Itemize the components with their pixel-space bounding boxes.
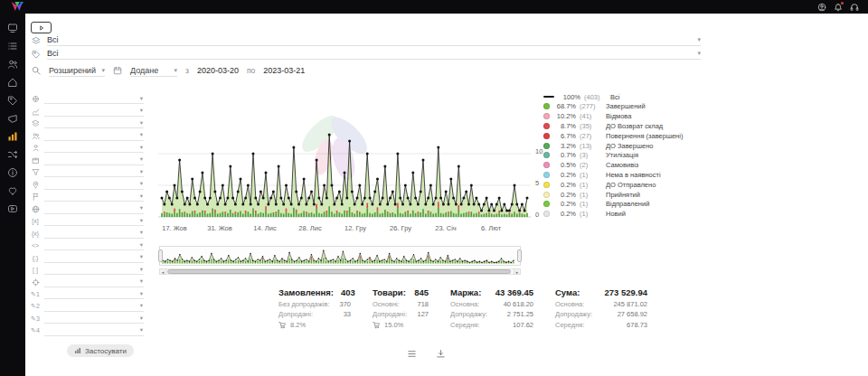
legend-marker xyxy=(543,113,550,119)
nav-shop-icon[interactable] xyxy=(6,76,19,88)
filter-row: ✎1 xyxy=(30,289,144,299)
legend-item[interactable]: 0.2%(1)Відправлений xyxy=(543,201,699,208)
filter-row xyxy=(30,155,144,165)
nav-analytics-icon[interactable] xyxy=(6,130,19,142)
legend-item[interactable]: 0.2%(1)Прийнятий xyxy=(543,191,699,198)
flag-icon xyxy=(30,193,41,201)
filter-select[interactable] xyxy=(44,204,144,214)
stat-sub-row: Середня:107.62 xyxy=(450,321,533,329)
filter-select[interactable] xyxy=(44,131,144,141)
legend-label: ДО Завершено xyxy=(606,142,653,150)
filter-select[interactable] xyxy=(44,229,144,239)
stat-sub-row: Основна:245 871.02 xyxy=(555,300,647,308)
legend-item[interactable]: 6.7%(27)Повернення (завершені) xyxy=(543,132,699,139)
legend-percent: 0.2% xyxy=(553,181,576,189)
legend-item[interactable]: 0.2%(1)Новий xyxy=(543,210,699,217)
filter-select[interactable] xyxy=(44,155,144,165)
calendar-icon[interactable] xyxy=(113,66,122,75)
scrollbar-track[interactable] xyxy=(166,268,514,275)
filter-row xyxy=(30,180,144,190)
stat-column: Маржа:43 369.45Основна:40 618.20Допродаж… xyxy=(450,287,533,329)
legend-label: Самовивіз xyxy=(606,161,638,169)
orders-chart[interactable] xyxy=(158,90,531,221)
apply-label: Застосувати xyxy=(85,347,127,355)
legend-percent: 0.7% xyxy=(553,151,576,159)
legend-percent: 0.2% xyxy=(553,171,576,179)
legend-label: Всі xyxy=(610,93,619,101)
legend-item[interactable]: 0.7%(3)Утилізація xyxy=(543,152,699,159)
legend-item[interactable]: 10.2%(41)Відмова xyxy=(543,113,699,120)
context-menu-icon[interactable] xyxy=(407,349,417,359)
filter-select[interactable] xyxy=(44,326,144,336)
nav-info-icon[interactable] xyxy=(6,166,19,178)
nav-integrations-icon[interactable] xyxy=(6,148,19,160)
filter-select[interactable] xyxy=(44,167,144,177)
legend-percent: 6.7% xyxy=(553,132,576,140)
chart-navigator[interactable] xyxy=(159,246,521,266)
stat-sub-label: Допродажу: xyxy=(450,310,487,318)
navigator-handle-right[interactable] xyxy=(517,249,522,262)
legend-item[interactable]: 68.7%(277)Завершений xyxy=(543,103,699,110)
stat-sub-value: 33 xyxy=(344,310,351,318)
nav-partners-icon[interactable] xyxy=(6,184,19,196)
nav-marketing-icon[interactable] xyxy=(6,112,19,124)
stat-sub-value: 40 618.20 xyxy=(504,300,533,308)
legend-item[interactable]: 100%(403)Всі xyxy=(543,93,699,100)
search-mode-select[interactable]: Розширений xyxy=(49,65,105,77)
app-logo[interactable] xyxy=(9,1,25,13)
support-icon[interactable] xyxy=(850,3,859,12)
filter-select[interactable] xyxy=(44,253,144,263)
filter-select[interactable] xyxy=(44,240,144,250)
search-icon[interactable] xyxy=(32,66,41,75)
demo-video-button[interactable] xyxy=(31,22,52,33)
nav-tutorials-icon[interactable] xyxy=(6,202,19,214)
filter-select[interactable] xyxy=(44,277,144,287)
stat-column: Товари:845Основні:718Допродані:12715.0% xyxy=(373,287,429,329)
legend-count: (1) xyxy=(580,200,602,208)
date-field-select[interactable]: Додане xyxy=(130,65,177,77)
summary-stats: Замовлення:403Без допродажів:370Допродан… xyxy=(278,287,647,329)
legend-item[interactable]: 8.7%(35)ДО Возврат склад xyxy=(543,122,699,129)
export-icon[interactable] xyxy=(436,349,446,359)
filter-select[interactable] xyxy=(44,107,144,117)
filter-select[interactable] xyxy=(44,180,144,190)
notification-badge xyxy=(841,2,844,5)
filter-select[interactable] xyxy=(44,265,144,275)
profile-icon[interactable] xyxy=(817,3,826,12)
scrollbar-thumb[interactable] xyxy=(167,269,511,274)
notifications-icon[interactable] xyxy=(834,3,843,12)
scrollbar-right-arrow[interactable]: ▸ xyxy=(514,268,521,275)
navigator-handle-left[interactable] xyxy=(158,249,163,262)
filter-select[interactable] xyxy=(44,143,144,153)
legend-item[interactable]: 0.2%(1)ДО Отправлено xyxy=(543,181,699,188)
topbar xyxy=(0,0,868,14)
statuses-select[interactable]: Всі xyxy=(47,34,701,46)
tags-select[interactable]: Всі xyxy=(47,48,701,60)
nav-dashboard-icon[interactable] xyxy=(6,22,19,33)
date-to-label: по xyxy=(247,66,255,75)
filter-row: ✎4 xyxy=(30,326,144,336)
statuses-icon xyxy=(31,36,42,45)
nav-products-icon[interactable] xyxy=(6,94,19,106)
filter-select[interactable] xyxy=(44,216,144,226)
stat-sub-label: Допродані: xyxy=(278,310,313,318)
filter-select[interactable] xyxy=(44,289,144,299)
nav-orders-icon[interactable] xyxy=(6,40,19,52)
filter-select[interactable] xyxy=(44,192,144,202)
date-from-input[interactable]: 2020-03-20 xyxy=(197,66,239,75)
date-to-input[interactable]: 2023-03-21 xyxy=(263,66,305,75)
filter-select[interactable] xyxy=(44,118,144,128)
nav-clients-icon[interactable] xyxy=(6,58,19,70)
filter-select[interactable] xyxy=(44,94,144,104)
legend-item[interactable]: 0.2%(1)Нема в наявності xyxy=(543,171,699,178)
stat-sub-label: Допродажу: xyxy=(555,310,592,318)
y-tick: 5 xyxy=(535,179,539,187)
filter-select[interactable] xyxy=(44,302,144,312)
scrollbar-left-arrow[interactable]: ◂ xyxy=(159,268,166,275)
apply-button[interactable]: Застосувати xyxy=(67,344,134,357)
legend-count: (2) xyxy=(580,161,602,169)
filter-select[interactable] xyxy=(44,314,144,324)
stat-column: Сума:273 529.94Основна:245 871.02Допрода… xyxy=(555,287,647,329)
legend-item[interactable]: 0.5%(2)Самовивіз xyxy=(543,161,699,168)
legend-item[interactable]: 3.2%(13)ДО Завершено xyxy=(543,142,699,149)
